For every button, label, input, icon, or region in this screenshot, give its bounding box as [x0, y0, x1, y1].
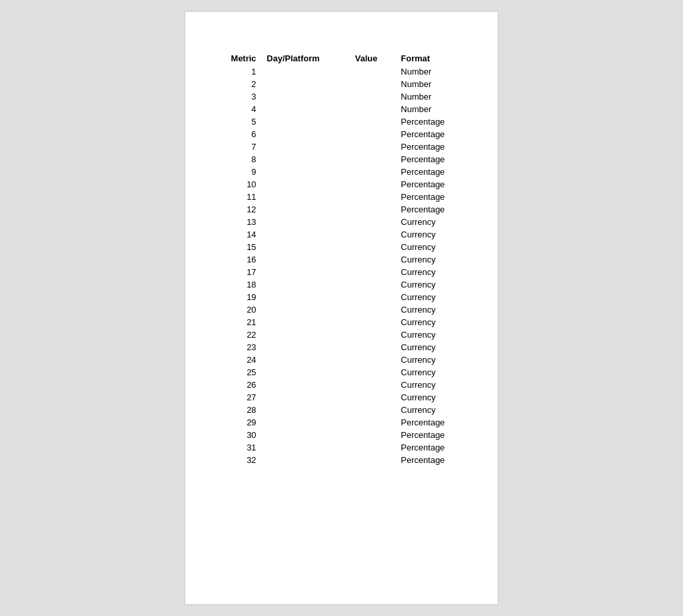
cell-value — [350, 441, 396, 454]
cell-day — [262, 278, 350, 291]
cell-day — [262, 454, 350, 466]
cell-value — [350, 429, 396, 441]
table-row: 18Currency — [212, 278, 471, 291]
cell-day — [262, 216, 350, 228]
cell-format: Currency — [396, 241, 471, 253]
cell-format: Currency — [396, 291, 471, 303]
cell-day — [262, 328, 350, 341]
table-row: 2Number — [212, 78, 471, 90]
cell-day — [262, 178, 350, 191]
cell-format: Percentage — [396, 191, 471, 203]
cell-format: Currency — [396, 216, 471, 228]
table-row: 12Percentage — [212, 203, 471, 216]
table-row: 16Currency — [212, 253, 471, 266]
cell-value — [350, 454, 396, 466]
cell-value — [350, 103, 396, 115]
cell-format: Currency — [396, 303, 471, 316]
header-format: Format — [396, 51, 471, 65]
cell-format: Percentage — [396, 140, 471, 153]
cell-format: Percentage — [396, 115, 471, 128]
cell-day — [262, 391, 350, 404]
table-row: 11Percentage — [212, 191, 471, 203]
cell-value — [350, 65, 396, 78]
cell-metric: 28 — [212, 404, 262, 416]
cell-metric: 27 — [212, 391, 262, 404]
cell-metric: 13 — [212, 216, 262, 228]
cell-format: Percentage — [396, 128, 471, 140]
cell-format: Percentage — [396, 441, 471, 454]
cell-metric: 1 — [212, 65, 262, 78]
cell-format: Number — [396, 78, 471, 90]
cell-metric: 10 — [212, 178, 262, 191]
cell-format: Currency — [396, 341, 471, 354]
cell-metric: 4 — [212, 103, 262, 115]
table-row: 32Percentage — [212, 454, 471, 466]
table-header-row: Metric Day/Platform Value Format — [212, 51, 471, 65]
cell-format: Currency — [396, 379, 471, 391]
cell-metric: 16 — [212, 253, 262, 266]
cell-day — [262, 354, 350, 366]
cell-metric: 6 — [212, 128, 262, 140]
cell-value — [350, 228, 396, 241]
cell-metric: 7 — [212, 140, 262, 153]
cell-metric: 2 — [212, 78, 262, 90]
table-row: 5Percentage — [212, 115, 471, 128]
cell-value — [350, 140, 396, 153]
cell-metric: 14 — [212, 228, 262, 241]
cell-value — [350, 278, 396, 291]
cell-format: Currency — [396, 354, 471, 366]
cell-metric: 26 — [212, 379, 262, 391]
table-row: 15Currency — [212, 241, 471, 253]
cell-day — [262, 416, 350, 429]
cell-day — [262, 115, 350, 128]
header-value: Value — [350, 51, 396, 65]
cell-metric: 22 — [212, 328, 262, 341]
cell-value — [350, 203, 396, 216]
cell-value — [350, 366, 396, 379]
cell-day — [262, 128, 350, 140]
cell-day — [262, 379, 350, 391]
cell-metric: 8 — [212, 153, 262, 166]
cell-metric: 9 — [212, 166, 262, 178]
table-row: 20Currency — [212, 303, 471, 316]
cell-day — [262, 78, 350, 90]
table-row: 4Number — [212, 103, 471, 115]
cell-format: Currency — [396, 253, 471, 266]
cell-value — [350, 115, 396, 128]
table-row: 25Currency — [212, 366, 471, 379]
table-row: 8Percentage — [212, 153, 471, 166]
cell-format: Percentage — [396, 416, 471, 429]
cell-day — [262, 441, 350, 454]
table-row: 10Percentage — [212, 178, 471, 191]
table-row: 29Percentage — [212, 416, 471, 429]
table-row: 19Currency — [212, 291, 471, 303]
cell-value — [350, 328, 396, 341]
cell-format: Currency — [396, 404, 471, 416]
cell-value — [350, 341, 396, 354]
cell-format: Number — [396, 103, 471, 115]
cell-day — [262, 316, 350, 328]
table-row: 17Currency — [212, 266, 471, 278]
cell-value — [350, 404, 396, 416]
cell-format: Percentage — [396, 203, 471, 216]
cell-metric: 24 — [212, 354, 262, 366]
table-row: 23Currency — [212, 341, 471, 354]
table-row: 3Number — [212, 90, 471, 103]
table-row: 31Percentage — [212, 441, 471, 454]
cell-day — [262, 429, 350, 441]
cell-format: Number — [396, 65, 471, 78]
cell-value — [350, 128, 396, 140]
cell-metric: 29 — [212, 416, 262, 429]
cell-value — [350, 379, 396, 391]
cell-value — [350, 303, 396, 316]
table-row: 27Currency — [212, 391, 471, 404]
cell-value — [350, 241, 396, 253]
table-row: 30Percentage — [212, 429, 471, 441]
cell-format: Currency — [396, 316, 471, 328]
table-row: 26Currency — [212, 379, 471, 391]
cell-day — [262, 103, 350, 115]
cell-value — [350, 153, 396, 166]
cell-value — [350, 266, 396, 278]
cell-metric: 5 — [212, 115, 262, 128]
table-row: 21Currency — [212, 316, 471, 328]
